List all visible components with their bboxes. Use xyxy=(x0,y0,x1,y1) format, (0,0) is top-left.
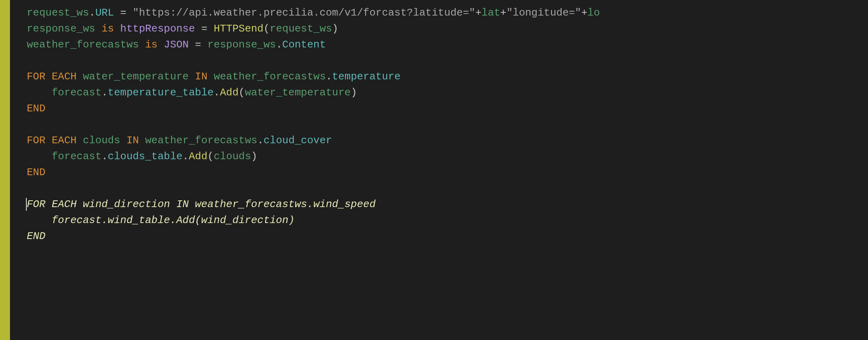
code-token: httpResponse xyxy=(120,23,195,35)
code-line[interactable]: FOR EACH wind_direction IN weather_forec… xyxy=(27,196,868,212)
code-token: is xyxy=(101,23,114,35)
code-token: temperature xyxy=(332,71,401,83)
code-token: forecast.wind_table.Add(wind_direction) xyxy=(27,214,295,226)
code-token: HTTPSend xyxy=(214,23,264,35)
code-token xyxy=(114,7,120,19)
code-token: water_temperature xyxy=(83,71,188,83)
code-token xyxy=(114,23,120,35)
code-token: FOR xyxy=(27,134,46,146)
code-token: cloud_cover xyxy=(264,134,332,146)
code-token: END xyxy=(27,230,46,242)
code-token: ) xyxy=(332,23,339,35)
code-token xyxy=(139,134,145,146)
code-token: = xyxy=(120,7,127,19)
code-token: = xyxy=(195,39,201,51)
code-line[interactable] xyxy=(27,117,868,132)
code-token xyxy=(195,23,201,35)
code-token: temperature_table xyxy=(108,87,214,99)
code-line[interactable]: weather_forecastws is JSON = response_ws… xyxy=(27,37,868,53)
code-line[interactable] xyxy=(27,180,868,196)
code-token: . xyxy=(101,87,108,99)
code-line[interactable]: response_ws is httpResponse = HTTPSend(r… xyxy=(27,21,868,37)
code-token: is xyxy=(145,39,157,51)
modified-gutter xyxy=(0,0,10,340)
code-token: forecast xyxy=(52,150,101,162)
code-token: ( xyxy=(239,87,245,99)
code-token: Add xyxy=(189,150,208,162)
code-token: Add xyxy=(220,87,239,99)
code-line[interactable]: forecast.wind_table.Add(wind_direction) xyxy=(27,212,868,228)
code-token: ( xyxy=(264,23,270,35)
code-token: + xyxy=(475,7,482,19)
code-token xyxy=(208,23,214,35)
code-token: IN xyxy=(127,134,139,146)
code-token xyxy=(46,71,52,83)
code-token: . xyxy=(214,87,220,99)
code-token: request_ws xyxy=(27,7,89,19)
code-token xyxy=(139,39,145,51)
code-token: lo xyxy=(587,7,600,19)
code-line[interactable]: FOR EACH clouds IN weather_forecastws.cl… xyxy=(27,132,868,148)
code-token: + xyxy=(500,7,507,19)
code-token: request_ws xyxy=(270,23,332,35)
text-cursor xyxy=(26,198,27,211)
code-token xyxy=(77,134,83,146)
code-token: . xyxy=(257,134,264,146)
code-token: . xyxy=(89,7,95,19)
code-token: FOR xyxy=(27,71,46,83)
code-token: JSON xyxy=(164,39,188,51)
code-line[interactable]: END xyxy=(27,164,868,180)
code-token xyxy=(46,134,52,146)
code-token: Content xyxy=(282,39,326,51)
code-token xyxy=(208,71,214,83)
code-token: EACH xyxy=(52,71,76,83)
code-line[interactable]: forecast.temperature_table.Add(water_tem… xyxy=(27,85,868,101)
code-token: . xyxy=(326,71,332,83)
code-token: ( xyxy=(208,150,214,162)
code-line[interactable] xyxy=(27,53,868,69)
code-token: water_temperature xyxy=(245,87,351,99)
code-token: END xyxy=(27,166,46,178)
code-token: "longitude=" xyxy=(506,7,581,19)
code-token: IN xyxy=(195,71,207,83)
code-token: forecast xyxy=(52,87,101,99)
code-line[interactable]: FOR EACH water_temperature IN weather_fo… xyxy=(27,69,868,85)
code-token: URL xyxy=(95,7,114,19)
code-token: clouds_table xyxy=(108,150,182,162)
code-token: response_ws xyxy=(208,39,276,51)
code-token xyxy=(27,150,52,162)
code-token: clouds xyxy=(214,150,251,162)
code-token: . xyxy=(101,150,108,162)
code-token: ) xyxy=(251,150,258,162)
code-token xyxy=(27,87,52,99)
code-line[interactable]: END xyxy=(27,101,868,117)
code-token xyxy=(77,71,83,83)
code-token: . xyxy=(276,39,282,51)
code-line[interactable]: forecast.clouds_table.Add(clouds) xyxy=(27,148,868,164)
code-token xyxy=(127,7,133,19)
code-token: weather_forecastws xyxy=(214,71,326,83)
code-editor[interactable]: request_ws.URL = "https://api.weather.pr… xyxy=(10,0,868,340)
code-token: FOR EACH wind_direction IN weather_forec… xyxy=(27,198,376,210)
code-token xyxy=(158,39,164,51)
code-token: END xyxy=(27,103,46,115)
code-token: + xyxy=(581,7,588,19)
code-line[interactable]: END xyxy=(27,228,868,244)
code-token: clouds xyxy=(83,134,120,146)
code-token: lat xyxy=(482,7,500,19)
code-token xyxy=(95,23,102,35)
code-token: response_ws xyxy=(27,23,95,35)
code-token xyxy=(189,39,195,51)
code-token: weather_forecastws xyxy=(27,39,139,51)
code-token xyxy=(189,71,195,83)
code-token: ) xyxy=(351,87,357,99)
code-token: . xyxy=(182,150,189,162)
code-line[interactable]: request_ws.URL = "https://api.weather.pr… xyxy=(27,5,868,21)
code-token: weather_forecastws xyxy=(145,134,258,146)
code-token: EACH xyxy=(52,134,76,146)
code-token xyxy=(120,134,127,146)
code-token: "https://api.weather.precilia.com/v1/for… xyxy=(133,7,475,19)
code-token xyxy=(201,39,208,51)
code-token: = xyxy=(201,23,208,35)
